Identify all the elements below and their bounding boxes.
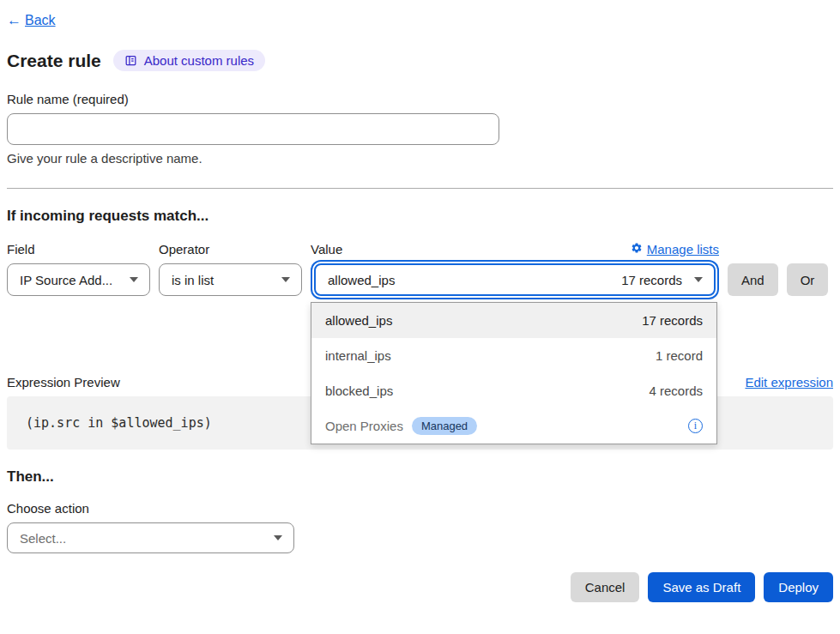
list-item-left: Open Proxies Managed <box>325 417 477 435</box>
rule-name-block: Rule name (required) Give your rule a de… <box>7 92 833 166</box>
field-select-value: IP Source Add... <box>20 273 112 287</box>
save-as-draft-button[interactable]: Save as Draft <box>648 572 755 602</box>
action-select-placeholder: Select... <box>20 531 66 546</box>
then-section-heading: Then... <box>7 468 833 486</box>
list-item-records: 1 record <box>656 348 703 363</box>
chevron-down-icon <box>281 277 290 282</box>
value-column: Value Manage lists allowed_ips 17 record… <box>311 242 719 296</box>
value-label-row: Value Manage lists <box>311 242 719 257</box>
list-item-internal-ips[interactable]: internal_ips 1 record <box>311 338 716 373</box>
field-label: Field <box>7 242 150 257</box>
expression-code: (ip.src in $allowed_ips) <box>26 415 212 431</box>
chevron-down-icon <box>274 535 282 540</box>
value-label: Value <box>311 242 342 257</box>
value-select-right: 17 records <box>621 273 703 287</box>
field-column: Field IP Source Add... <box>7 242 150 296</box>
deploy-button[interactable]: Deploy <box>764 572 833 602</box>
choose-action-label: Choose action <box>7 501 833 516</box>
list-item-records: 4 records <box>649 383 703 398</box>
list-item-records: 17 records <box>642 313 703 328</box>
action-select[interactable]: Select... <box>7 522 294 553</box>
page-title: Create rule <box>7 51 101 71</box>
about-custom-rules-link[interactable]: About custom rules <box>113 50 265 71</box>
condition-row: Field IP Source Add... Operator is in li… <box>7 242 833 296</box>
back-link-label: Back <box>25 13 56 28</box>
field-select[interactable]: IP Source Add... <box>7 263 150 296</box>
footer-actions: Cancel Save as Draft Deploy <box>7 572 833 602</box>
list-dropdown: allowed_ips 17 records internal_ips 1 re… <box>311 302 717 444</box>
about-badge-label: About custom rules <box>144 53 254 68</box>
section-divider <box>7 188 833 189</box>
list-item-name: internal_ips <box>325 348 391 363</box>
operator-label: Operator <box>159 242 302 257</box>
value-select-meta: 17 records <box>621 273 682 287</box>
manage-lists-label: Manage lists <box>647 242 719 257</box>
match-section-heading: If incoming requests match... <box>7 208 833 225</box>
manage-lists-link[interactable]: Manage lists <box>631 242 719 257</box>
chevron-down-icon <box>694 277 703 282</box>
title-row: Create rule About custom rules <box>7 50 833 71</box>
expression-preview-label: Expression Preview <box>7 375 120 389</box>
rule-name-helper: Give your rule a descriptive name. <box>7 151 833 166</box>
list-item-blocked-ips[interactable]: blocked_ips 4 records <box>311 373 716 408</box>
list-item-name: Open Proxies <box>325 419 403 433</box>
back-arrow-icon: ← <box>7 12 21 29</box>
rule-name-input[interactable] <box>7 113 499 145</box>
list-item-allowed-ips[interactable]: allowed_ips 17 records <box>311 303 716 338</box>
operator-select[interactable]: is in list <box>159 263 302 296</box>
create-rule-page: ← Back Create rule About custom rules Ru… <box>0 0 840 602</box>
rule-name-label: Rule name (required) <box>7 92 833 106</box>
operator-select-value: is in list <box>172 273 214 287</box>
back-link[interactable]: ← Back <box>7 12 56 29</box>
list-item-open-proxies[interactable]: Open Proxies Managed i <box>311 408 716 444</box>
list-item-name: blocked_ips <box>325 383 393 398</box>
list-item-name: allowed_ips <box>325 313 392 328</box>
and-button[interactable]: And <box>728 263 778 296</box>
value-select-value: allowed_ips <box>328 273 395 287</box>
book-icon <box>124 54 137 67</box>
cancel-button[interactable]: Cancel <box>571 572 640 602</box>
info-icon[interactable]: i <box>688 419 703 433</box>
or-button[interactable]: Or <box>787 263 829 296</box>
operator-column: Operator is in list <box>159 242 302 296</box>
edit-expression-link[interactable]: Edit expression <box>745 375 833 389</box>
managed-badge: Managed <box>412 417 477 435</box>
chevron-down-icon <box>130 277 138 282</box>
gear-icon <box>631 242 643 257</box>
value-select[interactable]: allowed_ips 17 records <box>314 263 716 296</box>
